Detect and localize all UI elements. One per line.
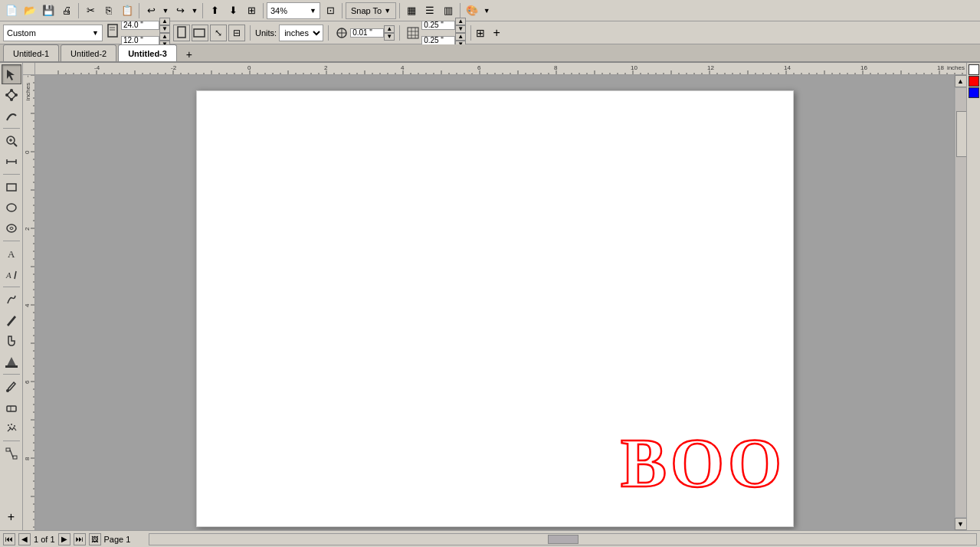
snap-x-input[interactable] (350, 28, 384, 38)
width-arrows: ▲ ▼ (159, 18, 170, 33)
page-first-button[interactable]: ⏮ (3, 533, 15, 545)
color-white[interactable] (969, 64, 979, 75)
grid-x-down[interactable]: ▼ (455, 25, 466, 33)
redo-button[interactable]: ↪ (172, 2, 188, 19)
ellipse-tool[interactable] (2, 198, 21, 218)
select-tool[interactable] (2, 64, 21, 84)
dropper-tool[interactable] (2, 377, 21, 397)
page-size-dropdown[interactable]: Custom ▼ (3, 25, 103, 41)
view-btn3[interactable]: ▥ (440, 2, 457, 19)
tab-untitled1[interactable]: Untitled-1 (3, 44, 59, 61)
svg-rect-0 (108, 25, 117, 37)
v-scroll-track[interactable] (955, 87, 967, 518)
page-icon (106, 23, 121, 43)
tab-untitled3[interactable]: Untitled-3 (118, 44, 177, 61)
zoom-dropdown[interactable]: 34% ▼ (267, 2, 320, 19)
height-input[interactable] (121, 36, 159, 45)
spray-tool[interactable] (2, 418, 21, 438)
page-prev-button[interactable]: ◀ (18, 533, 31, 545)
grid-y-up[interactable]: ▲ (455, 33, 466, 41)
pen-tool[interactable] (2, 310, 21, 330)
print-button[interactable]: 🖨 (58, 2, 75, 19)
fill-tool[interactable] (2, 352, 21, 372)
zoom-fit-button[interactable]: ⊡ (322, 2, 339, 19)
svg-point-29 (10, 228, 13, 230)
height-up[interactable]: ▲ (159, 33, 170, 41)
sep6 (399, 3, 400, 18)
grid-y-input[interactable] (421, 36, 455, 45)
v-scroll-up-button[interactable]: ▲ (955, 75, 967, 87)
page-thumbnail-button[interactable]: 🖼 (89, 533, 101, 545)
undo-button[interactable]: ↩ (143, 2, 159, 19)
cut-button[interactable]: ✂ (82, 2, 99, 19)
new-button[interactable]: 📄 (3, 2, 20, 19)
grid-icon (405, 25, 421, 41)
grid-x-up[interactable]: ▲ (455, 18, 466, 25)
v-scroll-down-button[interactable]: ▼ (955, 518, 967, 530)
extra1-button[interactable]: ⊞ (243, 2, 260, 19)
svg-point-28 (7, 224, 16, 232)
import-button[interactable]: ⬆ (206, 2, 223, 19)
resize-canvas-button[interactable]: ⊞ (476, 27, 485, 39)
zoom-tool[interactable] (2, 131, 21, 151)
rect-tool[interactable] (2, 177, 21, 197)
paste-button[interactable]: 📋 (119, 2, 136, 19)
export-button[interactable]: ⬇ (225, 2, 241, 19)
width-down[interactable]: ▼ (159, 25, 170, 33)
h-scroll-thumb[interactable] (548, 535, 578, 544)
tab-untitled2[interactable]: Untitled-2 (61, 44, 116, 61)
color-blue[interactable] (969, 87, 979, 98)
color-dropdown-btn[interactable]: ▼ (482, 2, 491, 19)
star-tool[interactable] (2, 218, 21, 238)
resize-page-button[interactable]: ⤡ (210, 25, 227, 41)
snap-to-button[interactable]: Snap To ▼ (346, 2, 396, 19)
grid-x-input[interactable] (421, 21, 455, 30)
units-select[interactable]: inchescmmmpx (279, 25, 323, 41)
vertical-ruler: inches (23, 75, 35, 530)
v-scroll-thumb[interactable] (956, 111, 967, 157)
svg-point-37 (8, 424, 9, 426)
width-input[interactable] (121, 21, 159, 30)
copy-button[interactable]: ⎘ (100, 2, 117, 19)
portrait-button[interactable] (173, 25, 190, 41)
color-red[interactable] (969, 76, 979, 87)
tweak-tool[interactable] (2, 106, 21, 126)
page-size-label: Custom (7, 28, 36, 38)
view-btn2[interactable]: ☰ (421, 2, 438, 19)
svg-point-15 (10, 89, 13, 92)
svg-rect-26 (7, 184, 16, 191)
pencil-tool[interactable] (2, 290, 21, 310)
page-last-button[interactable]: ⏭ (74, 533, 86, 545)
boo-svg: BOO (617, 425, 785, 502)
h-scrollbar[interactable] (149, 533, 977, 545)
eraser-tool[interactable] (2, 398, 21, 418)
add-page-button[interactable]: + (488, 25, 505, 41)
width-up[interactable]: ▲ (159, 18, 170, 25)
left-sep4 (3, 287, 20, 287)
svg-point-27 (7, 204, 16, 211)
open-button[interactable]: 📂 (21, 2, 38, 19)
save-button[interactable]: 💾 (40, 2, 57, 19)
undo-dropdown-button[interactable]: ▼ (161, 2, 170, 19)
tab-add-button[interactable]: + (182, 47, 197, 61)
paint-tool[interactable] (2, 331, 21, 351)
page-next-button[interactable]: ▶ (58, 533, 70, 545)
canvas-scroll[interactable]: BOO (35, 75, 954, 530)
grid-x-row: ▲ ▼ (421, 18, 466, 33)
snap-x-up[interactable]: ▲ (384, 25, 395, 33)
measure-tool[interactable] (2, 152, 21, 172)
connector-tool[interactable] (2, 444, 21, 463)
page-options-button[interactable]: ⊟ (228, 25, 245, 41)
color-btn[interactable]: 🎨 (464, 2, 480, 19)
snap-x-down[interactable]: ▼ (384, 33, 395, 41)
redo-dropdown-button[interactable]: ▼ (190, 2, 199, 19)
view-btn1[interactable]: ▦ (403, 2, 420, 19)
v-scrollbar: ▲ ▼ (954, 75, 966, 530)
text-tool[interactable]: A (2, 244, 21, 264)
snap-x-arrows: ▲ ▼ (384, 25, 395, 41)
callig-tool[interactable]: A (2, 264, 21, 284)
add-bottom-tool[interactable]: + (2, 507, 21, 527)
landscape-button[interactable] (192, 25, 208, 41)
svg-point-18 (5, 93, 8, 97)
node-tool[interactable] (2, 85, 21, 105)
